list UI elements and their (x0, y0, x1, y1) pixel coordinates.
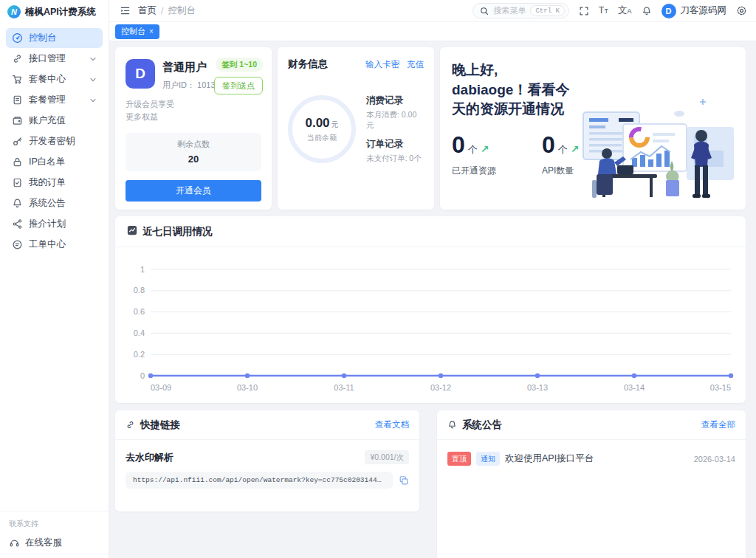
points-box: 剩余点数 20 (126, 133, 261, 171)
points-label: 剩余点数 (126, 139, 261, 150)
cart-icon (12, 74, 23, 85)
svg-text:1: 1 (140, 265, 145, 274)
bell-icon (447, 420, 457, 430)
sidebar-item-ip-whitelist[interactable]: IP白名单 (6, 152, 103, 172)
user-card: D 普通用户 用户ID： 1013 升级会员享受 更多权益 签到 1~10 签到… (115, 47, 272, 210)
svg-text:03-14: 03-14 (624, 383, 645, 392)
quick-link-name: 去水印解析 (126, 451, 173, 464)
support-label: 联系支持 (9, 519, 100, 529)
chevron-down-icon (89, 55, 97, 63)
sidebar-item-dashboard[interactable]: 控制台 (6, 28, 103, 48)
sidebar-item-tickets[interactable]: 工单中心 (6, 235, 103, 255)
sidebar-item-label: 接口管理 (29, 52, 83, 65)
balance-label: 当前余额 (307, 133, 337, 143)
view-docs-link[interactable]: 查看文档 (375, 419, 409, 430)
search-input[interactable]: 搜索菜单 Ctrl K (472, 3, 568, 18)
chevron-down-icon (89, 97, 97, 104)
sidebar-item-label: 我的订单 (29, 176, 97, 189)
breadcrumb-current: 控制台 (168, 4, 196, 17)
calls-chart-card: 近七日调用情况 00.20.40.60.8103-0903-1003-1103-… (115, 216, 746, 403)
wallet-icon (12, 115, 23, 126)
greeting-text: 晚上好, dabiaoge！看看今天的资源开通情况 (452, 61, 576, 120)
dashboard-icon (12, 32, 23, 44)
sidebar-item-developer-key[interactable]: 开发者密钥 (6, 131, 103, 151)
svg-text:03-11: 03-11 (334, 383, 354, 392)
stat-label: API数量 (542, 165, 580, 177)
api-url-field[interactable]: https://api.nfiii.com/api/open/watermark… (126, 472, 393, 489)
headset-icon (9, 537, 20, 548)
online-service-label: 在线客服 (25, 537, 62, 549)
sidebar-item-label: 系统公告 (29, 197, 97, 210)
points-value: 20 (126, 154, 261, 165)
stat-label: 已开通资源 (452, 165, 496, 177)
announcement-item[interactable]: 置顶 通知 欢迎使用API接口平台 2026-03-14 (437, 440, 746, 478)
avatar: D (662, 4, 676, 18)
logo[interactable]: N 楠枫API计费系统 (0, 0, 109, 24)
notifications-bell-icon[interactable] (642, 6, 652, 16)
svg-text:03-15: 03-15 (710, 383, 731, 392)
lock-icon (12, 156, 23, 168)
svg-text:03-10: 03-10 (237, 383, 258, 392)
logo-text: 楠枫API计费系统 (25, 6, 96, 18)
sidebar-item-label: IP白名单 (29, 156, 97, 168)
copy-icon[interactable] (399, 475, 409, 486)
tab-label: 控制台 (121, 26, 145, 37)
chevron-down-icon (89, 76, 97, 83)
notice-badge: 通知 (476, 452, 500, 466)
font-size-icon[interactable]: TT (599, 6, 608, 16)
sidebar-item-my-orders[interactable]: 我的订单 (6, 173, 103, 193)
price-badge: ¥0.001/次 (365, 450, 409, 464)
username: 刀客源码网 (681, 4, 727, 17)
sidebar-item-referral[interactable]: 推介计划 (6, 214, 103, 234)
view-all-link[interactable]: 查看全部 (701, 419, 735, 430)
recharge-link[interactable]: 充值 (407, 59, 424, 70)
tab-dashboard[interactable]: 控制台 × (115, 24, 159, 39)
tabbar: 控制台 × (109, 22, 756, 41)
tab-close-icon[interactable]: × (149, 27, 154, 35)
document-list-icon (12, 94, 23, 106)
settings-gear-icon[interactable] (736, 5, 747, 16)
upgrade-hint: 升级会员享受 更多权益 (126, 98, 261, 123)
sidebar-collapse-icon[interactable] (120, 5, 131, 16)
page-content: D 普通用户 用户ID： 1013 升级会员享受 更多权益 签到 1~10 签到… (109, 41, 756, 558)
breadcrumb-home[interactable]: 首页 (138, 4, 157, 17)
consume-record-detail: 本月消费: 0.00元 (366, 110, 424, 131)
balance-value: 0.00 (305, 116, 329, 131)
card-key-link[interactable]: 输入卡密 (365, 59, 399, 70)
sidebar-item-api-management[interactable]: 接口管理 (6, 49, 103, 69)
ticket-chat-icon (12, 239, 23, 250)
sidebar-item-package-center[interactable]: 套餐中心 (6, 69, 103, 89)
search-icon (480, 7, 489, 16)
sidebar-item-label: 控制台 (29, 32, 97, 44)
stat-unit: 个 (468, 143, 478, 156)
sidebar-item-label: 开发者密钥 (29, 135, 97, 148)
sidebar-footer: 联系支持 在线客服 (0, 511, 109, 558)
sidebar-item-label: 工单中心 (29, 238, 97, 251)
online-service-button[interactable]: 在线客服 (9, 537, 100, 549)
quick-links-card: 快捷链接 查看文档 去水印解析 ¥0.001/次 https://api.nfi… (115, 410, 419, 512)
order-record-title: 订单记录 (366, 138, 424, 151)
translate-icon[interactable]: 文A (618, 6, 632, 16)
order-record-detail: 未支付订单: 0个 (366, 154, 424, 164)
user-menu[interactable]: D 刀客源码网 (662, 4, 727, 18)
greeting-card: 晚上好, dabiaoge！看看今天的资源开通情况 0 个 ↗ 已开通资源 (440, 47, 746, 210)
pinned-badge: 置顶 (447, 452, 471, 466)
share-icon (12, 218, 23, 230)
key-icon (12, 136, 23, 147)
checkin-button[interactable]: 签到送点 (214, 77, 263, 94)
trend-up-icon: ↗ (481, 143, 489, 155)
announcement-date: 2026-03-14 (694, 455, 735, 464)
svg-text:0.6: 0.6 (134, 307, 145, 316)
announcements-card: 系统公告 查看全部 置顶 通知 欢迎使用API接口平台 2026-03-14 (437, 410, 746, 558)
sidebar-item-account-recharge[interactable]: 账户充值 (6, 111, 103, 131)
sidebar-item-package-management[interactable]: 套餐管理 (6, 90, 103, 110)
fullscreen-icon[interactable] (579, 6, 589, 16)
svg-text:0.4: 0.4 (134, 328, 145, 337)
sidebar: N 楠枫API计费系统 控制台 接口管理 套餐中心 套餐管理 (0, 0, 109, 558)
open-vip-button[interactable]: 开通会员 (126, 180, 261, 202)
sidebar-menu: 控制台 接口管理 套餐中心 套餐管理 账户充值 (0, 24, 109, 260)
sidebar-item-announcements[interactable]: 系统公告 (6, 193, 103, 213)
svg-text:0.2: 0.2 (134, 350, 145, 359)
sidebar-item-label: 套餐中心 (29, 73, 83, 86)
breadcrumb-separator: / (161, 6, 163, 16)
